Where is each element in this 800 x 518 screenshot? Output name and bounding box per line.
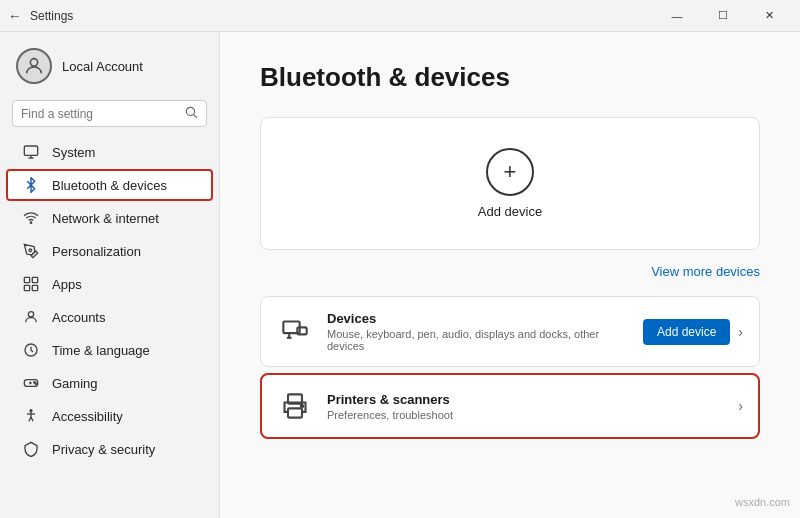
svg-point-30 xyxy=(301,405,303,407)
sidebar-item-label-accessibility: Accessibility xyxy=(52,409,123,424)
gaming-icon xyxy=(22,374,40,392)
sidebar-item-accessibility[interactable]: Accessibility xyxy=(6,400,213,432)
devices-subtitle: Mouse, keyboard, pen, audio, displays an… xyxy=(327,328,629,352)
plus-icon: + xyxy=(504,161,517,183)
account-name: Local Account xyxy=(62,59,143,74)
svg-point-1 xyxy=(186,107,194,115)
close-button[interactable]: ✕ xyxy=(746,0,792,32)
sidebar-search[interactable] xyxy=(12,100,207,127)
sidebar-account[interactable]: Local Account xyxy=(0,40,219,96)
devices-icon xyxy=(277,314,313,350)
printers-row-action: › xyxy=(738,398,743,414)
devices-row-action: Add device › xyxy=(643,319,743,345)
add-device-card-label: Add device xyxy=(478,204,542,219)
devices-add-button[interactable]: Add device xyxy=(643,319,730,345)
settings-row-devices[interactable]: Devices Mouse, keyboard, pen, audio, dis… xyxy=(260,296,760,367)
svg-point-6 xyxy=(30,222,31,223)
sidebar-item-label-bluetooth: Bluetooth & devices xyxy=(52,178,167,193)
printers-subtitle: Preferences, troubleshoot xyxy=(327,409,724,421)
view-more-anchor[interactable]: View more devices xyxy=(651,264,760,279)
avatar xyxy=(16,48,52,84)
titlebar-controls: — ☐ ✕ xyxy=(654,0,792,32)
page-title: Bluetooth & devices xyxy=(260,62,760,93)
printers-icon xyxy=(277,388,313,424)
main-content: Bluetooth & devices + Add device View mo… xyxy=(220,32,800,518)
app-body: Local Account System xyxy=(0,32,800,518)
time-icon xyxy=(22,341,40,359)
add-device-card[interactable]: + Add device xyxy=(260,117,760,250)
sidebar-item-privacy[interactable]: Privacy & security xyxy=(6,433,213,465)
svg-rect-3 xyxy=(24,146,37,155)
devices-row-text: Devices Mouse, keyboard, pen, audio, dis… xyxy=(327,311,629,352)
svg-point-18 xyxy=(35,383,36,384)
sidebar-item-gaming[interactable]: Gaming xyxy=(6,367,213,399)
search-icon xyxy=(184,105,198,122)
bluetooth-icon xyxy=(22,176,40,194)
sidebar-item-label-gaming: Gaming xyxy=(52,376,98,391)
sidebar-item-label-time: Time & language xyxy=(52,343,150,358)
sidebar-item-bluetooth[interactable]: Bluetooth & devices xyxy=(6,169,213,201)
sidebar: Local Account System xyxy=(0,32,220,518)
svg-line-2 xyxy=(194,115,197,118)
sidebar-item-label-privacy: Privacy & security xyxy=(52,442,155,457)
sidebar-item-label-accounts: Accounts xyxy=(52,310,105,325)
chevron-right-icon-printers: › xyxy=(738,398,743,414)
watermark: wsxdn.com xyxy=(735,496,790,508)
sidebar-item-network[interactable]: Network & internet xyxy=(6,202,213,234)
svg-rect-29 xyxy=(288,408,302,417)
svg-rect-10 xyxy=(24,285,29,290)
sidebar-item-label-personalization: Personalization xyxy=(52,244,141,259)
printers-title: Printers & scanners xyxy=(327,392,724,407)
sidebar-item-time[interactable]: Time & language xyxy=(6,334,213,366)
sidebar-item-accounts[interactable]: Accounts xyxy=(6,301,213,333)
sidebar-nav: System Bluetooth & devices Network & int… xyxy=(0,135,219,518)
printers-row-text: Printers & scanners Preferences, trouble… xyxy=(327,392,724,421)
devices-title: Devices xyxy=(327,311,629,326)
view-more-link[interactable]: View more devices xyxy=(260,262,760,280)
settings-row-printers[interactable]: Printers & scanners Preferences, trouble… xyxy=(260,373,760,439)
svg-rect-8 xyxy=(24,277,29,282)
search-input[interactable] xyxy=(21,107,178,121)
svg-point-19 xyxy=(30,410,32,412)
monitor-icon xyxy=(22,143,40,161)
sidebar-item-label-system: System xyxy=(52,145,95,160)
svg-point-12 xyxy=(28,312,33,317)
svg-point-0 xyxy=(30,59,37,66)
accounts-icon xyxy=(22,308,40,326)
svg-point-7 xyxy=(29,249,32,252)
accessibility-icon xyxy=(22,407,40,425)
privacy-icon xyxy=(22,440,40,458)
sidebar-item-apps[interactable]: Apps xyxy=(6,268,213,300)
titlebar: ← Settings — ☐ ✕ xyxy=(0,0,800,32)
back-icon[interactable]: ← xyxy=(8,8,22,24)
titlebar-left: ← Settings xyxy=(8,8,73,24)
svg-rect-9 xyxy=(32,277,37,282)
svg-rect-11 xyxy=(32,285,37,290)
svg-line-23 xyxy=(31,417,33,422)
titlebar-title: Settings xyxy=(30,9,73,23)
sidebar-item-label-network: Network & internet xyxy=(52,211,159,226)
sidebar-item-label-apps: Apps xyxy=(52,277,82,292)
chevron-right-icon: › xyxy=(738,324,743,340)
apps-icon xyxy=(22,275,40,293)
sidebar-item-personalization[interactable]: Personalization xyxy=(6,235,213,267)
network-icon xyxy=(22,209,40,227)
personalization-icon xyxy=(22,242,40,260)
add-device-circle-icon: + xyxy=(486,148,534,196)
minimize-button[interactable]: — xyxy=(654,0,700,32)
maximize-button[interactable]: ☐ xyxy=(700,0,746,32)
sidebar-item-system[interactable]: System xyxy=(6,136,213,168)
